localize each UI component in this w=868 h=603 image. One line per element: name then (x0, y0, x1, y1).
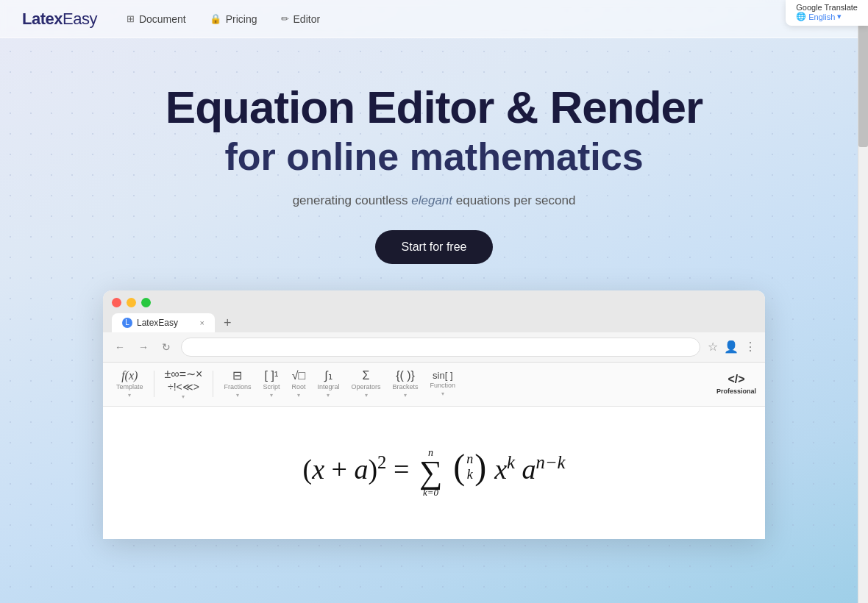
minimize-button[interactable] (127, 298, 136, 307)
toolbar-fractions[interactable]: ⊟ Fractions ▾ (219, 368, 255, 400)
hero-section: Equation Editor & Render for online math… (0, 38, 868, 561)
nav-links: ⊞ Document 🔒 Pricing ✏ Editor (127, 13, 846, 25)
document-icon: ⊞ (127, 13, 135, 24)
operators-label: Operators (351, 383, 380, 390)
operators-icon: ±∞=∼× (165, 368, 203, 380)
scrollbar[interactable] (858, 0, 868, 603)
toolbar-operators[interactable]: Σ Operators ▾ (346, 368, 385, 400)
nav-link-document[interactable]: ⊞ Document (127, 13, 186, 25)
professional-label: Professional (716, 388, 756, 395)
fractions-label: Fractions (224, 383, 251, 390)
root-label: Root (291, 383, 305, 390)
browser-chrome: L LatexEasy × + (103, 290, 765, 332)
operators-sum-icon: Σ (363, 370, 370, 382)
toolbar-template[interactable]: f(x) Template ▾ (112, 368, 148, 400)
operators-icon-2: ÷!<≪> (168, 382, 199, 392)
nav-link-editor[interactable]: ✏ Editor (281, 13, 321, 25)
toolbar-operators-basic[interactable]: ±∞=∼× ÷!<≪> ▾ (160, 367, 207, 402)
forward-button[interactable]: → (135, 340, 152, 354)
new-tab-button[interactable]: + (218, 315, 238, 331)
toolbar-root[interactable]: √□ Root ▾ (287, 368, 310, 400)
hero-title-line2: for online mathematics (15, 134, 853, 179)
tab-label: LatexEasy (137, 318, 178, 328)
math-equation: (x + a)2 = n ∑ k=0 ( n k ) xk an−k (302, 446, 565, 498)
integral-label: Integral (317, 383, 339, 390)
address-bar-actions: ☆ 👤 ⋮ (708, 340, 756, 354)
function-label: Function (430, 382, 456, 389)
google-translate-language[interactable]: 🌐 English ▾ (796, 12, 858, 21)
reload-button[interactable]: ↻ (159, 340, 174, 354)
template-icon: f(x) (121, 370, 138, 382)
close-button[interactable] (112, 298, 121, 307)
maximize-button[interactable] (141, 298, 151, 307)
logo[interactable]: LatexEasy (22, 10, 97, 29)
template-label: Template (116, 383, 143, 390)
brackets-icon: {( )} (396, 370, 415, 382)
account-icon[interactable]: 👤 (724, 340, 739, 354)
menu-icon[interactable]: ⋮ (744, 340, 756, 354)
toolbar-separator-1 (154, 371, 154, 397)
brackets-label: Brackets (393, 383, 419, 390)
root-icon: √□ (292, 370, 305, 382)
editor-toolbar: f(x) Template ▾ ±∞=∼× ÷!<≪> ▾ ⊟ Fraction… (103, 363, 765, 407)
back-button[interactable]: ← (112, 340, 128, 354)
tab-bar: L LatexEasy × + (112, 313, 756, 332)
hero-subtitle: generating countless elegant equations p… (250, 193, 618, 208)
code-icon: </> (728, 373, 744, 386)
address-bar: ← → ↻ ☆ 👤 ⋮ (103, 332, 765, 363)
navbar: LatexEasy ⊞ Document 🔒 Pricing ✏ Editor (0, 0, 868, 38)
toolbar-function[interactable]: sin[ ] Function ▾ (426, 369, 460, 399)
function-icon: sin[ ] (433, 371, 452, 380)
tab-favicon: L (122, 318, 132, 328)
toolbar-script[interactable]: [ ]¹ Script ▾ (258, 368, 284, 400)
tab-close-icon[interactable]: × (200, 318, 204, 327)
browser-tab[interactable]: L LatexEasy × (112, 313, 215, 332)
toolbar-professional[interactable]: </> Professional (716, 373, 756, 395)
bookmark-icon[interactable]: ☆ (708, 340, 718, 354)
url-bar[interactable] (181, 338, 700, 357)
editor-icon: ✏ (281, 13, 289, 24)
script-icon: [ ]¹ (265, 370, 279, 382)
browser-mockup: L LatexEasy × + ← → ↻ ☆ 👤 ⋮ f(x) Temp (103, 290, 765, 539)
window-controls (112, 298, 756, 307)
script-label: Script (263, 383, 280, 390)
hero-title-line1: Equation Editor & Render (15, 82, 853, 132)
toolbar-brackets[interactable]: {( )} Brackets ▾ (388, 368, 423, 400)
fractions-icon: ⊟ (232, 370, 242, 382)
nav-link-pricing[interactable]: 🔒 Pricing (210, 13, 257, 25)
toolbar-separator-2 (213, 371, 213, 397)
google-translate-label: Google Translate (796, 3, 858, 12)
editor-content[interactable]: (x + a)2 = n ∑ k=0 ( n k ) xk an−k (103, 407, 765, 539)
google-translate-widget: Google Translate 🌐 English ▾ (786, 0, 868, 26)
cta-button[interactable]: Start for free (375, 230, 494, 264)
toolbar-integral[interactable]: ∫₁ Integral ▾ (313, 368, 344, 400)
lock-icon: 🔒 (210, 13, 221, 24)
integral-icon: ∫₁ (324, 370, 332, 382)
